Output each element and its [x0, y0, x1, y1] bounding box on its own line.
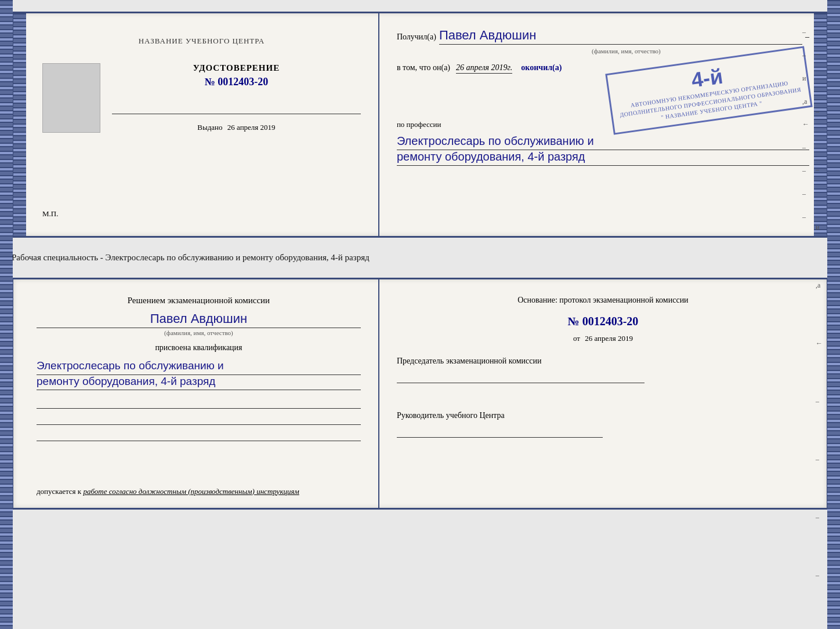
rukovoditel-sig — [397, 426, 603, 438]
bottom-spine-left — [0, 0, 13, 629]
profession-line1: Электрослесарь по обслуживанию и — [397, 132, 809, 150]
doc-bottom-left: Решением экзаменационной комиссии Павел … — [13, 279, 379, 508]
udostoverenie-title: УДОСТОВЕРЕНИЕ — [193, 63, 280, 73]
qualification-line1: Электрослесарь по обслуживанию и — [37, 357, 361, 375]
rukovoditel-block: Руководитель учебного Центра — [397, 409, 809, 438]
side-dashes-bottom: –––и,а←–––– — [816, 0, 823, 629]
chairman-sig — [397, 372, 645, 383]
osnovanie-title: Основание: протокол экзаменационной коми… — [397, 294, 809, 306]
ot-prefix: от — [573, 334, 580, 343]
commission-title: Решением экзаменационной комиссии — [37, 294, 361, 307]
sig-line-2 — [37, 413, 361, 425]
photo-placeholder — [42, 63, 100, 133]
profession-section-top: по профессии Электрослесарь по обслужива… — [397, 120, 809, 166]
doc-top-left: НАЗВАНИЕ УЧЕБНОГО ЦЕНТРА УДОСТОВЕРЕНИЕ №… — [13, 13, 379, 236]
mp-label: М.П. — [42, 209, 58, 219]
vtom-prefix: в том, что он(а) — [397, 63, 450, 72]
chairman-block: Председатель экзаменационной комиссии — [397, 355, 809, 383]
chairman-title: Председатель экзаменационной комиссии — [397, 355, 809, 367]
doc-top-right: Получил(а) Павел Авдюшин – (фамилия, имя… — [379, 13, 827, 236]
signature-lines-bottom — [37, 397, 361, 441]
dopuskaetsya-prefix: допускается к — [37, 487, 81, 496]
dopuskaetsya-block: допускается к работе согласно должностны… — [37, 487, 361, 496]
profession-line2: ремонту оборудования, 4-й разряд — [397, 150, 809, 166]
protocol-number: № 0012403-20 — [397, 315, 809, 328]
side-dashes: ––и,а←–––– — [802, 13, 809, 236]
bottom-spine-right — [827, 0, 840, 629]
qualification-line2: ремонту оборудования, 4-й разряд — [37, 375, 361, 390]
okonchil-label: окончил(а) — [521, 63, 562, 72]
fio-label-bottom: (фамилия, имя, отчество) — [37, 329, 361, 336]
officials-block: Председатель экзаменационной комиссии Ру… — [397, 355, 809, 496]
ot-line: от 26 апреля 2019 — [397, 334, 809, 343]
dopuskaetsya-italic: работе согласно должностным (производств… — [83, 487, 299, 496]
issued-line: Выдано 26 апреля 2019 — [197, 123, 275, 132]
vtom-date: 26 апреля 2019г. — [456, 63, 512, 74]
prisvoena-label: присвоена квалификация — [37, 343, 361, 352]
issued-date: 26 апреля 2019 — [227, 123, 276, 132]
received-name: Павел Авдюшин — [439, 28, 802, 45]
top-document: НАЗВАНИЕ УЧЕБНОГО ЦЕНТРА УДОСТОВЕРЕНИЕ №… — [12, 12, 828, 238]
middle-text: Рабочая специальность - Электрослесарь п… — [12, 248, 828, 267]
received-line: Получил(а) Павел Авдюшин – — [397, 28, 809, 45]
issued-label: Выдано — [197, 123, 222, 132]
training-center-label-top: НАЗВАНИЕ УЧЕБНОГО ЦЕНТРА — [139, 37, 265, 46]
po-professii-label: по профессии — [397, 120, 809, 129]
person-name-bottom: Павел Авдюшин — [37, 311, 361, 328]
sig-line-1 — [37, 397, 361, 409]
sig-line-3 — [37, 430, 361, 441]
doc-number-top: № 0012403-20 — [205, 76, 269, 88]
rukovoditel-title: Руководитель учебного Центра — [397, 409, 809, 421]
ot-date: 26 апреля 2019 — [585, 334, 633, 343]
received-prefix: Получил(а) — [397, 32, 436, 42]
doc-bottom-right: Основание: протокол экзаменационной коми… — [379, 279, 827, 508]
bottom-document: Решением экзаменационной комиссии Павел … — [12, 278, 828, 510]
